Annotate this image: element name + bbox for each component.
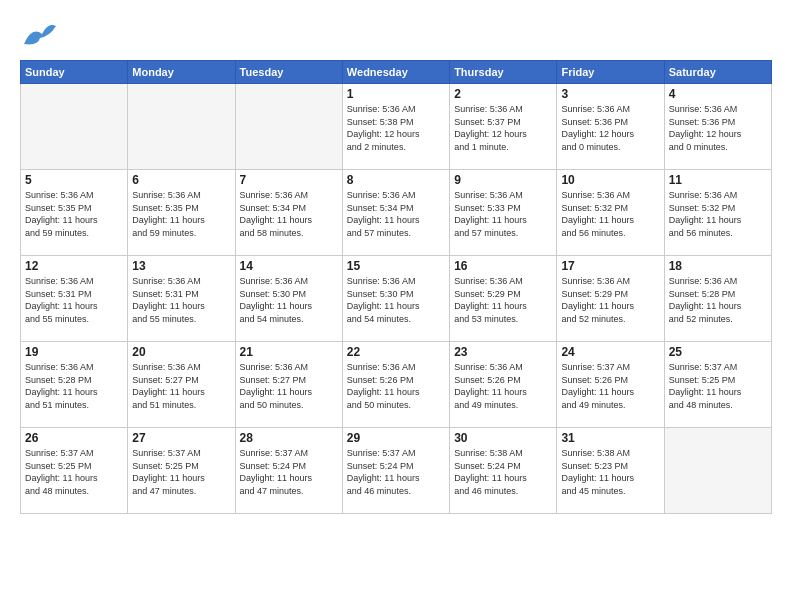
day-info: Sunrise: 5:36 AM Sunset: 5:28 PM Dayligh…: [669, 275, 767, 325]
day-number: 25: [669, 345, 767, 359]
calendar-cell: 5Sunrise: 5:36 AM Sunset: 5:35 PM Daylig…: [21, 170, 128, 256]
calendar-cell: 29Sunrise: 5:37 AM Sunset: 5:24 PM Dayli…: [342, 428, 449, 514]
calendar-cell: 26Sunrise: 5:37 AM Sunset: 5:25 PM Dayli…: [21, 428, 128, 514]
calendar-cell: 19Sunrise: 5:36 AM Sunset: 5:28 PM Dayli…: [21, 342, 128, 428]
weekday-header-monday: Monday: [128, 61, 235, 84]
day-info: Sunrise: 5:36 AM Sunset: 5:37 PM Dayligh…: [454, 103, 552, 153]
calendar-cell: 27Sunrise: 5:37 AM Sunset: 5:25 PM Dayli…: [128, 428, 235, 514]
day-info: Sunrise: 5:36 AM Sunset: 5:28 PM Dayligh…: [25, 361, 123, 411]
week-row-2: 5Sunrise: 5:36 AM Sunset: 5:35 PM Daylig…: [21, 170, 772, 256]
calendar-cell: 17Sunrise: 5:36 AM Sunset: 5:29 PM Dayli…: [557, 256, 664, 342]
day-info: Sunrise: 5:37 AM Sunset: 5:25 PM Dayligh…: [132, 447, 230, 497]
day-info: Sunrise: 5:36 AM Sunset: 5:36 PM Dayligh…: [669, 103, 767, 153]
day-info: Sunrise: 5:36 AM Sunset: 5:29 PM Dayligh…: [454, 275, 552, 325]
calendar-cell: [21, 84, 128, 170]
calendar-cell: 24Sunrise: 5:37 AM Sunset: 5:26 PM Dayli…: [557, 342, 664, 428]
day-number: 22: [347, 345, 445, 359]
calendar-cell: 30Sunrise: 5:38 AM Sunset: 5:24 PM Dayli…: [450, 428, 557, 514]
calendar-cell: 13Sunrise: 5:36 AM Sunset: 5:31 PM Dayli…: [128, 256, 235, 342]
week-row-5: 26Sunrise: 5:37 AM Sunset: 5:25 PM Dayli…: [21, 428, 772, 514]
weekday-header-thursday: Thursday: [450, 61, 557, 84]
calendar-cell: 18Sunrise: 5:36 AM Sunset: 5:28 PM Dayli…: [664, 256, 771, 342]
day-info: Sunrise: 5:37 AM Sunset: 5:25 PM Dayligh…: [669, 361, 767, 411]
logo: [20, 16, 62, 54]
calendar-cell: 28Sunrise: 5:37 AM Sunset: 5:24 PM Dayli…: [235, 428, 342, 514]
day-info: Sunrise: 5:36 AM Sunset: 5:36 PM Dayligh…: [561, 103, 659, 153]
week-row-4: 19Sunrise: 5:36 AM Sunset: 5:28 PM Dayli…: [21, 342, 772, 428]
day-number: 16: [454, 259, 552, 273]
day-info: Sunrise: 5:36 AM Sunset: 5:33 PM Dayligh…: [454, 189, 552, 239]
calendar-cell: 10Sunrise: 5:36 AM Sunset: 5:32 PM Dayli…: [557, 170, 664, 256]
day-info: Sunrise: 5:36 AM Sunset: 5:38 PM Dayligh…: [347, 103, 445, 153]
day-info: Sunrise: 5:36 AM Sunset: 5:26 PM Dayligh…: [347, 361, 445, 411]
weekday-header-saturday: Saturday: [664, 61, 771, 84]
day-number: 5: [25, 173, 123, 187]
day-number: 10: [561, 173, 659, 187]
weekday-header-wednesday: Wednesday: [342, 61, 449, 84]
calendar-cell: 7Sunrise: 5:36 AM Sunset: 5:34 PM Daylig…: [235, 170, 342, 256]
calendar-cell: [235, 84, 342, 170]
calendar-cell: 16Sunrise: 5:36 AM Sunset: 5:29 PM Dayli…: [450, 256, 557, 342]
day-number: 3: [561, 87, 659, 101]
day-number: 23: [454, 345, 552, 359]
day-number: 8: [347, 173, 445, 187]
day-number: 27: [132, 431, 230, 445]
calendar-cell: 2Sunrise: 5:36 AM Sunset: 5:37 PM Daylig…: [450, 84, 557, 170]
day-number: 20: [132, 345, 230, 359]
week-row-1: 1Sunrise: 5:36 AM Sunset: 5:38 PM Daylig…: [21, 84, 772, 170]
day-info: Sunrise: 5:36 AM Sunset: 5:35 PM Dayligh…: [25, 189, 123, 239]
day-info: Sunrise: 5:38 AM Sunset: 5:23 PM Dayligh…: [561, 447, 659, 497]
day-number: 21: [240, 345, 338, 359]
weekday-header-tuesday: Tuesday: [235, 61, 342, 84]
calendar-cell: 20Sunrise: 5:36 AM Sunset: 5:27 PM Dayli…: [128, 342, 235, 428]
day-info: Sunrise: 5:36 AM Sunset: 5:29 PM Dayligh…: [561, 275, 659, 325]
day-number: 18: [669, 259, 767, 273]
week-row-3: 12Sunrise: 5:36 AM Sunset: 5:31 PM Dayli…: [21, 256, 772, 342]
weekday-header-friday: Friday: [557, 61, 664, 84]
calendar-cell: 3Sunrise: 5:36 AM Sunset: 5:36 PM Daylig…: [557, 84, 664, 170]
day-info: Sunrise: 5:36 AM Sunset: 5:30 PM Dayligh…: [240, 275, 338, 325]
day-info: Sunrise: 5:36 AM Sunset: 5:27 PM Dayligh…: [132, 361, 230, 411]
calendar-cell: 31Sunrise: 5:38 AM Sunset: 5:23 PM Dayli…: [557, 428, 664, 514]
day-info: Sunrise: 5:37 AM Sunset: 5:24 PM Dayligh…: [240, 447, 338, 497]
calendar-cell: [128, 84, 235, 170]
day-info: Sunrise: 5:36 AM Sunset: 5:34 PM Dayligh…: [347, 189, 445, 239]
day-info: Sunrise: 5:37 AM Sunset: 5:24 PM Dayligh…: [347, 447, 445, 497]
day-number: 1: [347, 87, 445, 101]
day-number: 7: [240, 173, 338, 187]
calendar-cell: 6Sunrise: 5:36 AM Sunset: 5:35 PM Daylig…: [128, 170, 235, 256]
day-info: Sunrise: 5:36 AM Sunset: 5:32 PM Dayligh…: [669, 189, 767, 239]
calendar: SundayMondayTuesdayWednesdayThursdayFrid…: [20, 60, 772, 514]
calendar-cell: 25Sunrise: 5:37 AM Sunset: 5:25 PM Dayli…: [664, 342, 771, 428]
calendar-cell: 8Sunrise: 5:36 AM Sunset: 5:34 PM Daylig…: [342, 170, 449, 256]
day-number: 28: [240, 431, 338, 445]
day-info: Sunrise: 5:36 AM Sunset: 5:31 PM Dayligh…: [25, 275, 123, 325]
day-number: 31: [561, 431, 659, 445]
calendar-cell: 14Sunrise: 5:36 AM Sunset: 5:30 PM Dayli…: [235, 256, 342, 342]
logo-bird-icon: [20, 16, 58, 54]
day-info: Sunrise: 5:36 AM Sunset: 5:34 PM Dayligh…: [240, 189, 338, 239]
calendar-cell: 4Sunrise: 5:36 AM Sunset: 5:36 PM Daylig…: [664, 84, 771, 170]
calendar-cell: 22Sunrise: 5:36 AM Sunset: 5:26 PM Dayli…: [342, 342, 449, 428]
day-number: 24: [561, 345, 659, 359]
day-info: Sunrise: 5:36 AM Sunset: 5:32 PM Dayligh…: [561, 189, 659, 239]
day-number: 11: [669, 173, 767, 187]
day-number: 15: [347, 259, 445, 273]
calendar-cell: 15Sunrise: 5:36 AM Sunset: 5:30 PM Dayli…: [342, 256, 449, 342]
day-number: 17: [561, 259, 659, 273]
day-number: 4: [669, 87, 767, 101]
day-number: 26: [25, 431, 123, 445]
day-info: Sunrise: 5:36 AM Sunset: 5:35 PM Dayligh…: [132, 189, 230, 239]
day-number: 30: [454, 431, 552, 445]
day-info: Sunrise: 5:36 AM Sunset: 5:31 PM Dayligh…: [132, 275, 230, 325]
day-number: 13: [132, 259, 230, 273]
calendar-cell: 1Sunrise: 5:36 AM Sunset: 5:38 PM Daylig…: [342, 84, 449, 170]
day-info: Sunrise: 5:36 AM Sunset: 5:30 PM Dayligh…: [347, 275, 445, 325]
calendar-cell: [664, 428, 771, 514]
calendar-cell: 12Sunrise: 5:36 AM Sunset: 5:31 PM Dayli…: [21, 256, 128, 342]
day-info: Sunrise: 5:37 AM Sunset: 5:26 PM Dayligh…: [561, 361, 659, 411]
day-info: Sunrise: 5:36 AM Sunset: 5:27 PM Dayligh…: [240, 361, 338, 411]
day-number: 12: [25, 259, 123, 273]
day-info: Sunrise: 5:36 AM Sunset: 5:26 PM Dayligh…: [454, 361, 552, 411]
calendar-cell: 21Sunrise: 5:36 AM Sunset: 5:27 PM Dayli…: [235, 342, 342, 428]
